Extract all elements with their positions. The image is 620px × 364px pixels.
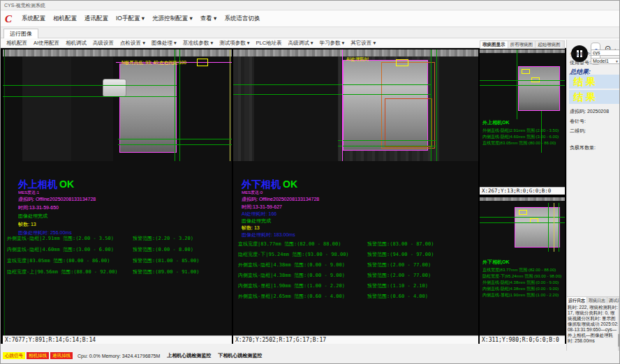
edge-line: [4, 50, 5, 335]
model-value: Model1: [593, 59, 609, 63]
comm-offline-badge: 通讯掉线: [50, 352, 73, 359]
warn-range: 预警范围:(2.00 - 77.00): [367, 261, 431, 268]
login-user-input[interactable]: [591, 50, 620, 56]
menu-comm-config[interactable]: 通讯配置: [84, 15, 108, 23]
process-done-line: 图像处理完成: [18, 213, 47, 220]
measure-line-green: [480, 80, 565, 81]
camera-view-lower[interactable]: AI处理耗时 外下相机OK MES发送:0 虚拟码: Offline202502…: [233, 50, 478, 335]
overlay-marker: [519, 210, 527, 215]
measure-line-green: [431, 50, 431, 161]
machine-structure: [254, 56, 338, 161]
camera-view-upper[interactable]: N极耳高低: 93; 40;左右间距:100 外上相机OK MES发送:1 虚拟…: [3, 50, 232, 335]
coords-status-thumb-lower: X:311;Y:980;R:0;G:0;B:0: [480, 335, 565, 344]
menu-system-config[interactable]: 系统配置: [22, 15, 45, 23]
camera-offline-badge: 相机掉线: [27, 352, 49, 359]
warn-range: 预警范围:(94.00 - 97.00): [367, 251, 434, 258]
result-box-lower: 结果: [569, 90, 619, 104]
baseline-magenta: [342, 50, 343, 161]
camera-ok-status: OK: [283, 179, 297, 190]
lower-cam-heartbeat-link[interactable]: 下相机心跳检测监控: [218, 352, 262, 359]
defect-thumb-lower[interactable]: 外下相机OK 直线宽度|83.77mm 范围:(82.00 - 88.00) 隐…: [480, 197, 565, 335]
measure-row: 内侧直线-隐框|4.38mm 范围:(0.00 - 9.00): [238, 272, 345, 279]
measure-line-green: [338, 146, 436, 146]
camera-name: 外上相机: [482, 120, 502, 125]
menu-light-config[interactable]: 光源控制配置 ▾: [152, 15, 193, 23]
measure-row: 外侧直线-显框|2.65mm 范围:(0.60 - 4.00): [238, 293, 345, 300]
coords-status-lower: X:270;Y:2502;R:17;G:17;B:17: [233, 335, 478, 344]
log-tab-strip: 运行日志 瑕疵日志 调试日志: [567, 296, 620, 303]
tool-camera-config[interactable]: 相机配置: [6, 40, 27, 47]
machine-texture: [233, 50, 478, 56]
measure-line-green: [3, 85, 177, 86]
thumb-measure-row: 直线宽度|83.05mm 范围:(80.00 - 86.00): [482, 140, 563, 146]
tool-test-params[interactable]: 测试项参数 ▾: [219, 40, 249, 47]
tab-defect-display[interactable]: 瑕疵图显示: [480, 41, 508, 48]
measure-line-green: [3, 96, 177, 97]
defect-view-tabs: 瑕疵图显示 所有瑕疵图 起始瑕疵图: [480, 40, 565, 49]
machine-texture: [480, 50, 565, 53]
measure-line-green: [233, 94, 431, 95]
warn-range: 预警范围:(0.60 - 4.00): [367, 293, 428, 300]
tab-run-log[interactable]: 运行日志: [567, 297, 587, 303]
tool-spot-check[interactable]: 点检设置 ▾: [120, 40, 145, 47]
measure-line-green: [338, 140, 436, 141]
defect-thumb-upper[interactable]: 外上相机OK 外侧直线-隐框|2.91mm 范围:(2.00 - 3.50) 内…: [480, 50, 565, 187]
menu-io-config[interactable]: IO手配置 ▾: [116, 15, 145, 23]
app-logo-icon: C: [5, 13, 16, 24]
measure-line-green: [548, 203, 549, 252]
app-window: CYS-视觉检测系统 C 系统配置 相机配置 通讯配置 IO手配置 ▾ 光源控制…: [0, 0, 620, 364]
window-title: CYS-视觉检测系统: [4, 3, 45, 8]
qrcode-field: 二维码:: [570, 128, 586, 135]
upper-cam-heartbeat-link[interactable]: 上相机心跳检测监控: [167, 352, 211, 359]
camera-ok-status: OK: [502, 259, 510, 264]
camera-ok-status: OK: [59, 179, 74, 190]
tool-plc-address[interactable]: PLC地址表: [256, 40, 282, 47]
tab-run-image[interactable]: 运行图像: [3, 29, 38, 38]
process-done-line: 图像处理完成: [242, 218, 271, 225]
tool-ai-use-config[interactable]: AI使用配置: [34, 40, 59, 47]
tool-baseline-params[interactable]: 基准线参数 ▾: [183, 40, 213, 47]
tab-defect-log[interactable]: 瑕疵日志: [587, 297, 607, 303]
tab-start-defects[interactable]: 起始瑕疵图: [536, 41, 563, 48]
thumb-measure-row: 外侧直线-隐框|4.38mm 范围:(0.00 - 9.00): [482, 280, 563, 286]
time-line: 时间:13-31-59-627: [242, 204, 282, 211]
warn-range: 预警范围:(2.20 - 3.20): [133, 235, 193, 242]
model-select[interactable]: Model1 ▾: [591, 58, 620, 64]
tab-connector: [103, 79, 126, 97]
measure-row: 直线宽度|83.77mm 范围:(82.00 - 88.00): [238, 241, 341, 248]
frame-count-line: 帧数: 13: [242, 225, 260, 232]
tab-all-defects[interactable]: 所有瑕疵图: [508, 41, 536, 48]
tool-advanced-debug[interactable]: 高级调试 ▾: [288, 40, 313, 47]
coords-status-upper: X:7677;Y:891;R:14;G:14;B:14: [3, 335, 232, 344]
tool-advanced-settings[interactable]: 高级设置: [93, 40, 114, 47]
tool-image-process[interactable]: 图像处理 ▾: [152, 40, 177, 47]
barcode-line: 虚拟码: Offline20250208133134728: [18, 196, 96, 203]
needle-no-field: 卷针号:: [570, 118, 586, 125]
cpu-memory-status: Cpu: 0.0% Memory: 3424.41796875M: [78, 354, 160, 358]
tool-learn-params[interactable]: 学习参数 ▾: [319, 40, 344, 47]
measure-line-green: [480, 222, 565, 223]
menu-language-switch[interactable]: 系统语言切换: [224, 15, 260, 23]
ai-elapsed-overlay: AI处理耗时: [346, 56, 369, 63]
menu-view[interactable]: 查看 ▾: [200, 15, 217, 23]
weld-spot: [399, 116, 419, 135]
measure-line-green: [175, 50, 175, 161]
log-output: 耗时: 222, 瑕疵检测耗时: 17, 瑕疵分类耗时: 0, 瑕疵视频分区耗时…: [568, 305, 619, 344]
overlay-marker: [197, 59, 208, 66]
warn-range: 预警范围:(1.10 - 2.10): [367, 282, 428, 289]
measure-line-green: [179, 50, 180, 161]
tab-debug-log[interactable]: 调试日志: [607, 297, 620, 303]
heartbeat-badge: 心跳信号: [3, 352, 25, 359]
warn-range: 预警范围:(2.00 - 77.00): [367, 272, 431, 279]
menu-camera-config[interactable]: 相机配置: [53, 15, 77, 23]
result-box-upper: 结果: [569, 75, 619, 89]
mes-line: MES发送:0: [242, 190, 263, 196]
camera-ok-status: OK: [502, 120, 510, 125]
machine-structure: [439, 56, 478, 161]
time-line: 时间:13-31-59-650: [18, 204, 59, 211]
thumb-measure-row: 内侧直线-隐框|4.38mm 范围:(0.00 - 9.00): [482, 286, 563, 292]
tool-other-settings[interactable]: 其它设置 ▾: [350, 40, 376, 47]
measure-line-green: [559, 203, 559, 252]
frame-count-line: 帧数: 13: [18, 221, 36, 228]
tool-camera-debug[interactable]: 相机调试: [66, 40, 87, 47]
